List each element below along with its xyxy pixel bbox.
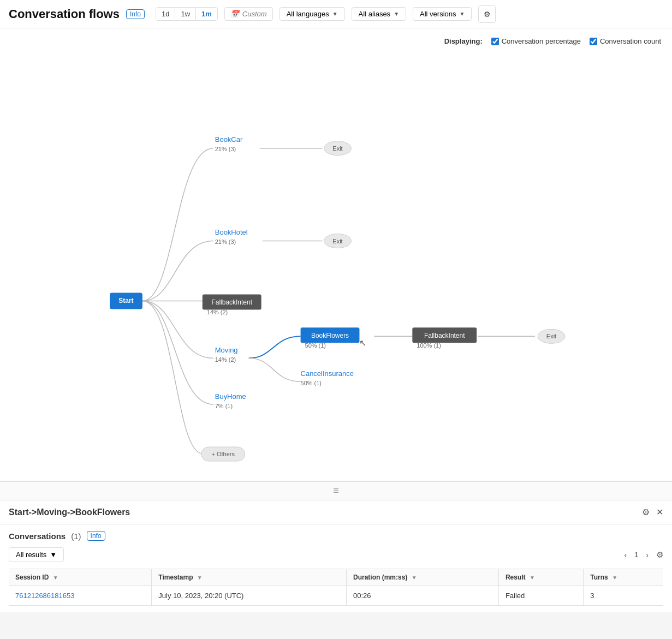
svg-text:21% (3): 21% (3) — [215, 146, 236, 152]
chevron-down-icon: ▼ — [394, 11, 399, 17]
svg-text:Exit: Exit — [332, 238, 342, 244]
session-id-cell: 761212686181653 — [9, 586, 152, 606]
chevron-down-icon: ▼ — [50, 551, 57, 559]
svg-text:+ Others: + Others — [212, 451, 235, 457]
svg-text:BookHotel: BookHotel — [215, 228, 248, 236]
column-result: Result ▼ — [498, 569, 583, 586]
sort-icon: ▼ — [530, 575, 535, 581]
conversations-info-badge[interactable]: Info — [87, 531, 105, 541]
custom-date-label: Custom — [242, 10, 267, 18]
results-toolbar: All results ▼ ‹ 1 › ⚙ — [9, 547, 663, 562]
conversations-count: (1) — [71, 531, 81, 541]
time-1w-button[interactable]: 1w — [175, 8, 196, 20]
pagination: ‹ 1 › ⚙ — [621, 550, 663, 560]
info-badge[interactable]: Info — [126, 9, 145, 19]
close-icon-button[interactable]: ✕ — [656, 507, 663, 517]
svg-text:BookFlowers: BookFlowers — [311, 332, 349, 339]
conversations-title: Conversations — [9, 531, 66, 541]
bottom-panel: Start->Moving->BookFlowers ⚙ ✕ Conversat… — [0, 500, 672, 612]
chevron-down-icon: ▼ — [460, 11, 465, 17]
settings-icon-button[interactable]: ⚙ — [642, 507, 650, 517]
sort-icon: ▼ — [412, 575, 417, 581]
next-page-button[interactable]: › — [643, 550, 652, 560]
table-row: 761212686181653 July 10, 2023, 20:20 (UT… — [9, 586, 663, 606]
custom-date-picker[interactable]: 📅 Custom — [224, 7, 273, 21]
svg-text:7% (1): 7% (1) — [215, 403, 233, 409]
page-header: Conversation flows Info 1d 1w 1m 📅 Custo… — [0, 0, 672, 28]
table-settings-icon[interactable]: ⚙ — [656, 550, 663, 560]
sort-icon: ▼ — [197, 575, 203, 581]
svg-text:Start: Start — [118, 297, 133, 304]
column-duration: Duration (mm:ss) ▼ — [347, 569, 499, 586]
flow-panel: Displaying: Conversation percentage Conv… — [0, 28, 672, 481]
svg-text:BuyHome: BuyHome — [215, 392, 246, 401]
sort-icon: ▼ — [612, 575, 617, 581]
time-1d-button[interactable]: 1d — [156, 8, 175, 20]
svg-text:14% (2): 14% (2) — [207, 309, 228, 315]
svg-text:FallbackIntent: FallbackIntent — [211, 298, 252, 306]
aliases-dropdown[interactable]: All aliases ▼ — [352, 7, 406, 21]
turns-cell: 3 — [584, 586, 663, 606]
sort-icon: ▼ — [53, 575, 58, 581]
all-results-button[interactable]: All results ▼ — [9, 547, 64, 562]
result-cell: Failed — [498, 586, 583, 606]
flow-path-title: Start->Moving->BookFlowers — [9, 507, 642, 517]
svg-text:50% (1): 50% (1) — [305, 342, 326, 349]
svg-text:FallbackIntent: FallbackIntent — [424, 332, 465, 339]
svg-text:Exit: Exit — [546, 333, 556, 339]
svg-text:100% (1): 100% (1) — [417, 342, 441, 349]
page-number: 1 — [634, 551, 638, 559]
conversations-section: Conversations (1) Info All results ▼ ‹ 1… — [0, 524, 672, 612]
session-id-link[interactable]: 761212686181653 — [15, 592, 74, 600]
column-timestamp: Timestamp ▼ — [152, 569, 347, 586]
languages-dropdown[interactable]: All languages ▼ — [279, 7, 345, 21]
svg-text:Exit: Exit — [332, 145, 342, 152]
settings-button[interactable]: ⚙ — [478, 5, 496, 23]
drag-handle[interactable]: ≡ — [0, 481, 672, 500]
chevron-down-icon: ▼ — [332, 11, 338, 17]
svg-text:↖: ↖ — [359, 338, 366, 348]
timestamp-cell: July 10, 2023, 20:20 (UTC) — [152, 586, 347, 606]
conversations-header: Conversations (1) Info — [9, 531, 663, 541]
conversations-table: Session ID ▼ Timestamp ▼ Duration (mm:ss… — [9, 569, 663, 606]
page-title: Conversation flows — [9, 7, 120, 21]
time-1m-button[interactable]: 1m — [196, 8, 217, 20]
bottom-icons: ⚙ ✕ — [642, 507, 663, 517]
prev-page-button[interactable]: ‹ — [621, 550, 630, 560]
bottom-header: Start->Moving->BookFlowers ⚙ ✕ — [0, 500, 672, 524]
svg-text:21% (3): 21% (3) — [215, 238, 236, 245]
time-controls: 1d 1w 1m — [156, 7, 218, 21]
svg-text:Moving: Moving — [215, 346, 238, 354]
svg-text:50% (1): 50% (1) — [301, 380, 322, 386]
column-turns: Turns ▼ — [584, 569, 663, 586]
duration-cell: 00:26 — [347, 586, 499, 606]
svg-text:BookCar: BookCar — [215, 135, 243, 144]
versions-dropdown[interactable]: All versions ▼ — [413, 7, 472, 21]
flow-diagram: Start BookCar 21% (3) Exit BookHotel 21%… — [0, 28, 672, 481]
svg-text:CancelInsurance: CancelInsurance — [301, 369, 354, 378]
calendar-icon: 📅 — [230, 10, 239, 18]
column-session-id: Session ID ▼ — [9, 569, 152, 586]
svg-text:14% (2): 14% (2) — [215, 356, 236, 363]
